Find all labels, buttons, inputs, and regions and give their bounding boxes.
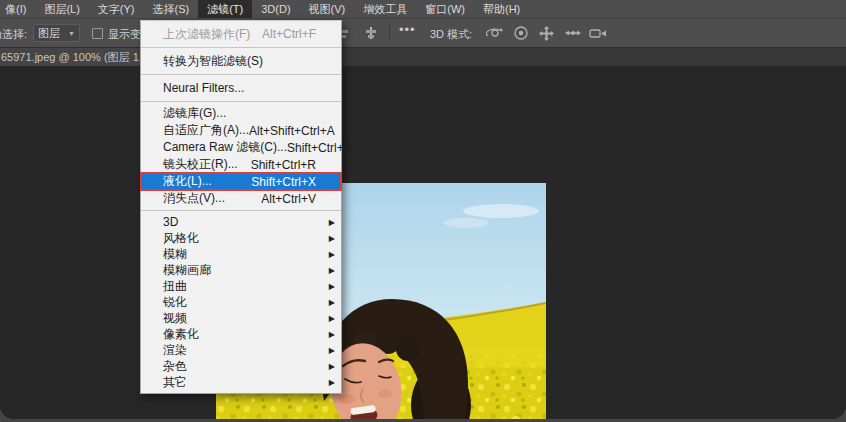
filter-menu-item-6[interactable]: 镜头校正(R)...Shift+Ctrl+R xyxy=(141,156,341,173)
menubar-item-3[interactable]: 选择(S) xyxy=(144,0,199,18)
menu-separator xyxy=(141,74,341,75)
3d-mode-label: 3D 模式: xyxy=(430,27,472,42)
slide-3d-camera-icon[interactable] xyxy=(564,25,582,42)
menu-item-label: 像素化 xyxy=(163,326,316,343)
menubar-item-2[interactable]: 文字(Y) xyxy=(89,0,144,18)
pan-3d-camera-icon[interactable] xyxy=(538,25,555,42)
filter-menu-item-8[interactable]: 消失点(V)...Alt+Ctrl+V xyxy=(141,190,341,207)
options-separator xyxy=(389,24,390,42)
submenu-arrow-icon: ▶ xyxy=(326,330,335,339)
menu-item-label: 锐化 xyxy=(163,294,316,311)
menu-separator xyxy=(141,101,341,102)
menu-separator xyxy=(141,47,341,48)
filter-menu-item-12[interactable]: 模糊画廊▶ xyxy=(141,262,341,278)
filter-menu-item-3[interactable]: 滤镜库(G)... xyxy=(141,105,341,122)
filter-menu-item-16[interactable]: 像素化▶ xyxy=(141,326,341,342)
menu-item-label: 转换为智能滤镜(S) xyxy=(163,53,316,70)
filter-menu-item-2[interactable]: Neural Filters... xyxy=(141,78,341,98)
menu-item-label: Camera Raw 滤镜(C)... xyxy=(163,139,287,156)
photoshop-window: 像(I)图层(L)文字(Y)选择(S)滤镜(T)3D(D)视图(V)增效工具窗口… xyxy=(0,0,846,419)
orbit-3d-camera-icon[interactable] xyxy=(486,25,504,42)
filter-menu-item-9[interactable]: 3D▶ xyxy=(141,214,341,230)
submenu-arrow-icon: ▶ xyxy=(326,266,335,275)
more-options-icon[interactable]: ••• xyxy=(399,22,416,37)
menu-item-label: 渲染 xyxy=(163,342,316,359)
menubar-item-4[interactable]: 滤镜(T) xyxy=(198,0,252,18)
auto-select-layer-dropdown[interactable]: 图层 ▼ xyxy=(33,24,80,42)
submenu-arrow-icon: ▶ xyxy=(326,314,335,323)
show-transform-label: 显示变 xyxy=(108,27,141,42)
canvas-area xyxy=(0,66,846,419)
menu-item-label: 上次滤镜操作(F) xyxy=(163,26,262,43)
submenu-arrow-icon: ▶ xyxy=(326,378,335,387)
filter-menu-item-1[interactable]: 转换为智能滤镜(S) xyxy=(141,51,341,71)
filter-menu-item-17[interactable]: 渲染▶ xyxy=(141,342,341,358)
layer-dropdown-value: 图层 xyxy=(38,26,60,41)
filter-menu-item-11[interactable]: 模糊▶ xyxy=(141,246,341,262)
filter-menu-item-0[interactable]: 上次滤镜操作(F)Alt+Ctrl+F xyxy=(141,24,341,44)
document-tab-bar: 65971.jpeg @ 100% (图层 1, RGB, xyxy=(0,48,846,66)
show-transform-checkbox[interactable] xyxy=(92,28,103,39)
filter-dropdown-menu: 上次滤镜操作(F)Alt+Ctrl+F转换为智能滤镜(S)Neural Filt… xyxy=(140,20,342,394)
filter-menu-item-7[interactable]: 液化(L)...Shift+Ctrl+X xyxy=(141,173,341,190)
submenu-arrow-icon: ▶ xyxy=(326,346,335,355)
roll-3d-camera-icon[interactable] xyxy=(513,25,529,42)
menubar-item-8[interactable]: 窗口(W) xyxy=(416,0,474,18)
menu-item-label: 杂色 xyxy=(163,358,316,375)
menubar-item-6[interactable]: 视图(V) xyxy=(300,0,355,18)
menu-item-label: 镜头校正(R)... xyxy=(163,156,251,173)
menu-separator xyxy=(141,210,341,211)
chevron-down-icon: ▼ xyxy=(68,30,75,37)
menubar-item-7[interactable]: 增效工具 xyxy=(354,0,416,18)
submenu-arrow-icon: ▶ xyxy=(326,250,335,259)
menubar: 像(I)图层(L)文字(Y)选择(S)滤镜(T)3D(D)视图(V)增效工具窗口… xyxy=(0,0,846,19)
menu-item-shortcut: Alt+Ctrl+F xyxy=(262,27,316,41)
menu-item-label: 滤镜库(G)... xyxy=(163,105,316,122)
filter-menu-item-19[interactable]: 其它▶ xyxy=(141,374,341,390)
menu-item-label: 液化(L)... xyxy=(163,173,251,190)
menubar-item-9[interactable]: 帮助(H) xyxy=(474,0,529,18)
menu-item-label: 模糊画廊 xyxy=(163,262,316,279)
auto-select-label: 动选择: xyxy=(0,27,27,42)
submenu-arrow-icon: ▶ xyxy=(326,282,335,291)
options-bar: 动选择: 图层 ▼ 显示变 ••• 3D 模式: xyxy=(0,19,846,48)
zoom-3d-camera-icon[interactable] xyxy=(589,25,608,42)
menu-item-label: 模糊 xyxy=(163,246,316,263)
menu-item-shortcut: Alt+Ctrl+V xyxy=(261,192,316,206)
submenu-arrow-icon: ▶ xyxy=(326,362,335,371)
menu-item-label: 风格化 xyxy=(163,230,316,247)
filter-menu-item-10[interactable]: 风格化▶ xyxy=(141,230,341,246)
filter-menu-item-14[interactable]: 锐化▶ xyxy=(141,294,341,310)
menubar-item-1[interactable]: 图层(L) xyxy=(35,0,88,18)
submenu-arrow-icon: ▶ xyxy=(326,234,335,243)
submenu-arrow-icon: ▶ xyxy=(326,298,335,307)
filter-menu-item-18[interactable]: 杂色▶ xyxy=(141,358,341,374)
menu-item-label: 3D xyxy=(163,215,316,229)
screenshot-stage: 像(I)图层(L)文字(Y)选择(S)滤镜(T)3D(D)视图(V)增效工具窗口… xyxy=(0,0,846,422)
align-center-bars-icon[interactable] xyxy=(364,25,378,41)
menubar-item-0[interactable]: 像(I) xyxy=(0,0,35,18)
filter-menu-item-15[interactable]: 视频▶ xyxy=(141,310,341,326)
menu-item-shortcut: Shift+Ctrl+X xyxy=(251,175,316,189)
filter-menu-item-4[interactable]: 自适应广角(A)...Alt+Shift+Ctrl+A xyxy=(141,122,341,139)
menu-item-label: 自适应广角(A)... xyxy=(163,122,249,139)
menu-item-shortcut: Shift+Ctrl+A xyxy=(287,141,352,155)
menu-item-label: 扭曲 xyxy=(163,278,316,295)
menu-item-label: Neural Filters... xyxy=(163,81,316,95)
submenu-arrow-icon: ▶ xyxy=(326,218,335,227)
menu-item-shortcut: Shift+Ctrl+R xyxy=(251,158,316,172)
menu-item-label: 视频 xyxy=(163,310,316,327)
menu-item-label: 消失点(V)... xyxy=(163,190,261,207)
menubar-item-5[interactable]: 3D(D) xyxy=(252,0,299,18)
filter-menu-item-5[interactable]: Camera Raw 滤镜(C)...Shift+Ctrl+A xyxy=(141,139,341,156)
menu-item-label: 其它 xyxy=(163,374,316,391)
menu-item-shortcut: Alt+Shift+Ctrl+A xyxy=(249,124,335,138)
filter-menu-item-13[interactable]: 扭曲▶ xyxy=(141,278,341,294)
